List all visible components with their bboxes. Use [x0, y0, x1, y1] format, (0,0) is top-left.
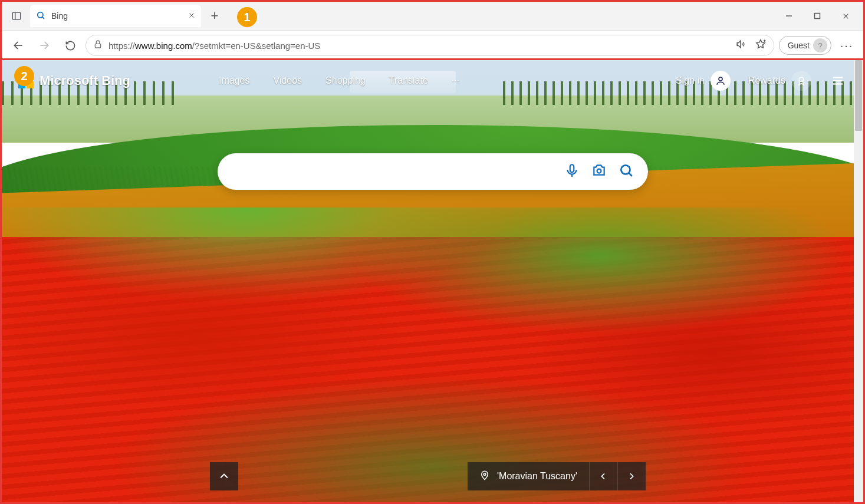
browser-chrome: Bing + https://www.bing.com/?setmkt= — [2, 2, 863, 60]
rewards-medal-icon — [791, 71, 811, 91]
forward-button[interactable] — [34, 35, 55, 56]
url-text: https://www.bing.com/?setmkt=en-US&setla… — [108, 41, 320, 51]
image-search-icon[interactable] — [591, 163, 607, 180]
browser-tab[interactable]: Bing — [30, 5, 201, 27]
tab-actions-button[interactable] — [5, 5, 28, 27]
window-maximize-button[interactable] — [803, 2, 831, 30]
url-scheme: https:// — [108, 41, 135, 51]
page-viewport: Microsoft Bing Images Videos Shopping Tr… — [2, 60, 863, 502]
favorites-icon[interactable] — [755, 38, 767, 52]
bing-header: Microsoft Bing Images Videos Shopping Tr… — [2, 60, 863, 101]
nav-videos[interactable]: Videos — [273, 75, 302, 86]
svg-point-25 — [484, 473, 486, 476]
svg-point-23 — [621, 165, 630, 174]
search-input[interactable] — [232, 166, 564, 178]
svg-line-24 — [629, 173, 632, 176]
svg-point-2 — [38, 12, 43, 17]
annotation-marker-2: 2 — [14, 66, 34, 86]
profile-label: Guest — [788, 41, 810, 50]
bing-nav: Images Videos Shopping Translate ··· — [219, 75, 459, 86]
signin-button[interactable]: Sign in — [676, 71, 731, 91]
tab-title: Bing — [51, 11, 182, 21]
bing-logo-text: Microsoft Bing — [40, 73, 130, 88]
background-image — [2, 60, 863, 502]
caption-text: 'Moravian Tuscany' — [497, 471, 577, 482]
svg-rect-20 — [570, 164, 574, 172]
address-bar[interactable]: https://www.bing.com/?setmkt=en-US&setla… — [85, 35, 774, 56]
new-tab-button[interactable]: + — [205, 6, 225, 26]
vertical-scrollbar[interactable] — [854, 60, 863, 502]
annotation-marker-1: 1 — [237, 7, 257, 27]
image-caption-bar: 'Moravian Tuscany' — [468, 462, 646, 490]
rewards-button[interactable]: Rewards — [748, 71, 811, 91]
nav-shopping[interactable]: Shopping — [325, 75, 366, 86]
svg-point-16 — [799, 77, 804, 82]
url-host: www.bing.com — [135, 41, 192, 51]
browser-menu-button[interactable]: ··· — [836, 35, 857, 56]
scrollbar-thumb[interactable] — [855, 60, 862, 131]
expand-up-button[interactable] — [210, 462, 238, 490]
tab-close-icon[interactable] — [188, 11, 195, 21]
nav-more-icon[interactable]: ··· — [452, 75, 459, 86]
voice-search-icon[interactable] — [564, 163, 580, 180]
next-image-button[interactable] — [617, 462, 646, 490]
user-icon — [711, 71, 731, 91]
location-pin-icon — [479, 470, 490, 483]
nav-translate[interactable]: Translate — [389, 75, 428, 86]
window-controls — [775, 2, 860, 30]
svg-rect-0 — [12, 12, 21, 19]
tab-strip: Bing + — [2, 2, 863, 30]
url-path: /?setmkt=en-US&setlang=en-US — [192, 41, 321, 51]
prev-image-button[interactable] — [589, 462, 617, 490]
refresh-button[interactable] — [60, 35, 81, 56]
profile-avatar-icon: ? — [813, 38, 827, 52]
svg-point-22 — [597, 169, 601, 173]
rewards-label: Rewards — [748, 75, 785, 86]
svg-line-3 — [42, 17, 44, 18]
site-lock-icon[interactable] — [93, 39, 103, 51]
svg-rect-7 — [815, 14, 820, 19]
read-aloud-icon[interactable] — [735, 38, 746, 52]
browser-toolbar: https://www.bing.com/?setmkt=en-US&setla… — [2, 30, 863, 60]
bing-logo[interactable]: Microsoft Bing — [18, 73, 130, 88]
bing-favicon-icon — [36, 11, 45, 22]
svg-rect-12 — [95, 44, 100, 48]
hamburger-menu-icon[interactable] — [829, 72, 847, 90]
search-submit-icon[interactable] — [619, 163, 634, 180]
window-close-button[interactable] — [831, 2, 860, 30]
window-minimize-button[interactable] — [775, 2, 803, 30]
nav-images[interactable]: Images — [219, 75, 249, 86]
back-button[interactable] — [8, 35, 29, 56]
image-caption[interactable]: 'Moravian Tuscany' — [468, 470, 589, 483]
svg-point-15 — [719, 77, 722, 81]
search-box — [218, 153, 648, 190]
profile-button[interactable]: Guest ? — [779, 36, 831, 55]
signin-label: Sign in — [676, 75, 705, 86]
